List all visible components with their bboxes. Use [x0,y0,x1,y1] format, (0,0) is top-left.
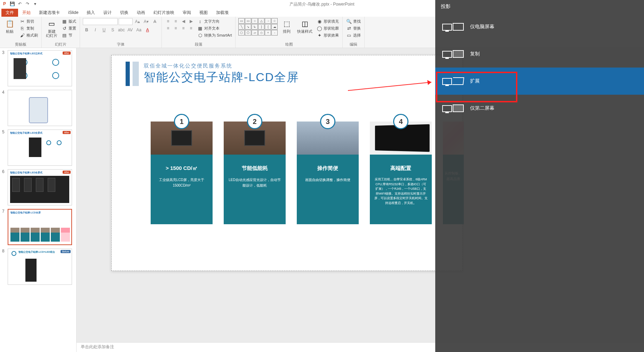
bold-button[interactable]: B [83,26,90,33]
card-4[interactable]: 4 高端配置 采用工控机，自带安卓系统，8核ARM CPU,带有RS232串口，… [370,122,432,224]
case-button[interactable]: Aa [135,26,143,33]
shape-effects-button[interactable]: ✦形状效果 [316,32,340,38]
tab-islide[interactable]: iSlide [64,9,82,16]
card-1[interactable]: 1 > 1500 CD/㎡ 工业级高亮LCD屏，亮度大于 1500CD/m² [151,122,213,224]
tab-slideshow[interactable]: 幻灯片放映 [149,9,178,17]
tab-animations[interactable]: 动画 [133,9,149,17]
projection-extend[interactable]: 扩展 [435,68,644,95]
numbering-button[interactable]: ≡ [172,18,179,24]
strike-button[interactable]: S [109,26,117,33]
shape-brace2-icon[interactable]: { [265,24,271,30]
thumbnail-6[interactable]: 6 After 智能公交电子站牌-LED全屏式 [2,169,74,205]
tab-view[interactable]: 视图 [195,9,212,17]
tab-addins[interactable]: 加载项 [212,9,233,17]
shadow-button[interactable]: abc [118,26,125,33]
font-color-button[interactable]: A [144,26,151,33]
redo-icon[interactable]: ↷ [24,1,31,7]
new-slide-button[interactable]: ▭ 新建 幻灯片 [45,18,59,38]
shape-minus-icon[interactable]: - [271,30,278,36]
shape-diamond-icon[interactable]: ◇ [258,30,264,36]
card-title: 节能低能耗 [228,165,281,172]
shape-plus-icon[interactable]: + [265,30,271,36]
shape-oval-icon[interactable]: ○ [252,18,258,24]
shape-arrow-icon[interactable]: → [265,18,271,24]
thumbnail-3[interactable]: 3 After 智能公交电子站牌-LED立杆式 [2,50,74,86]
thumbnail-panel[interactable]: 3 After 智能公交电子站牌-LED立杆式 4 5 After 智能公交电子… [0,48,77,352]
shape-conn-icon[interactable]: ↳ [252,24,258,30]
undo-icon[interactable]: ↶ [17,1,23,7]
shape-star-icon[interactable]: ☆ [271,18,278,24]
justify-button[interactable]: ≡ [188,25,194,31]
thumbnail-4[interactable]: 4 [2,90,74,126]
cut-button[interactable]: ✂剪切 [19,18,39,24]
spacing-button[interactable]: AV [126,26,134,33]
tab-new[interactable]: 新建选项卡 [35,9,64,17]
tab-review[interactable]: 审阅 [178,9,195,17]
shape-cloud-icon[interactable]: ☁ [271,24,278,30]
decrease-indent-button[interactable]: ◀ [180,18,187,24]
pc-only-icon [442,23,464,31]
align-text-button[interactable]: ▦对齐文本 [197,25,232,31]
shape-triangle-icon[interactable]: △ [258,18,264,24]
qat-dropdown-icon[interactable]: ▾ [32,1,38,7]
copy-button[interactable]: ⎘复制 [19,25,39,31]
text-direction-button[interactable]: ↕文字方向 [197,18,232,24]
increase-indent-button[interactable]: ▶ [188,18,194,24]
tab-design[interactable]: 设计 [99,9,116,17]
underline-button[interactable]: U [100,26,108,33]
shape-brace-icon[interactable]: } [258,24,264,30]
align-left-button[interactable]: ≡ [165,25,172,31]
bullets-button[interactable]: ≡ [165,18,172,24]
italic-button[interactable]: I [92,26,99,33]
reset-button[interactable]: ↺重置 [61,25,77,31]
tab-home[interactable]: 开始 [18,9,35,17]
slide-header: 双佰全城一体化公交便民服务系统 智能公交电子站牌-LCD全屏 [126,62,299,86]
shape-callout-icon[interactable]: ▱ [252,30,258,36]
shape-line-icon[interactable]: ╲ [238,24,245,30]
card-number: 2 [247,114,262,129]
font-family-select[interactable] [83,18,118,25]
clear-format-button[interactable]: A̶ [151,18,159,25]
section-button[interactable]: ▤节 [61,32,77,38]
projection-second-only[interactable]: 仅第二屏幕 [435,95,644,122]
shape-rect-icon[interactable]: ▭ [238,18,245,24]
shape-arrow2-icon[interactable]: ↘ [245,24,251,30]
find-button[interactable]: 🔍查找 [345,18,361,24]
projection-pc-only[interactable]: 仅电脑屏幕 [435,13,644,40]
shape-hex-icon[interactable]: ⬡ [238,30,245,36]
tab-file[interactable]: 文件 [1,9,18,17]
arrange-button[interactable]: ⬚ 排列 [280,18,294,34]
new-slide-icon: ▭ [47,19,57,29]
increase-font-button[interactable]: A▴ [134,18,141,25]
thumbnail-8[interactable]: 8 Before 智能公交电子站牌-LCD+LED组合 [2,249,74,285]
shape-pent-icon[interactable]: ⬠ [245,30,251,36]
layout-button[interactable]: ▦版式 [61,18,77,24]
thumbnail-5[interactable]: 5 After 智能公交电子站牌-LED全屏式 [2,130,74,166]
tab-insert[interactable]: 插入 [82,9,99,17]
align-right-button[interactable]: ≡ [180,25,187,31]
shape-fill-button[interactable]: ◉形状填充 [316,18,340,24]
replace-button[interactable]: ⇄替换 [345,25,361,31]
font-size-select[interactable] [119,18,133,25]
slide[interactable]: 双佰全城一体化公交便民服务系统 智能公交电子站牌-LCD全屏 1 > 1500 … [111,55,463,271]
projection-duplicate[interactable]: 复制 [435,40,644,68]
select-button[interactable]: ▭选择 [345,32,361,38]
group-slides: ▭ 新建 幻灯片 ▦版式 ↺重置 ▤节 幻灯片 [42,17,80,48]
paste-button[interactable]: 📋 粘贴 [3,18,17,34]
thumbnail-7[interactable]: 7 智能公交电子站牌-LCD全屏 [2,209,74,245]
quick-styles-button[interactable]: ◫ 快速样式 [296,18,314,34]
save-icon[interactable]: 💾 [9,1,15,7]
decrease-font-button[interactable]: A▾ [142,18,150,25]
smartart-button[interactable]: ⬡转换为 SmartArt [197,32,232,38]
card-2[interactable]: 2 节能低能耗 LED自动光感应背光设计，自动节能设计，低能耗 [224,122,286,224]
drawing-label: 绘图 [238,41,340,47]
tab-transitions[interactable]: 切换 [116,9,133,17]
shape-outline-button[interactable]: ◯形状轮廓 [316,25,340,31]
slide-title: 智能公交电子站牌-LCD全屏 [144,69,299,85]
align-center-button[interactable]: ≡ [172,25,179,31]
card-3[interactable]: 3 操作简便 画面自由切换调整，操作简便 [297,122,359,224]
copy-icon: ⎘ [19,25,25,31]
shape-gallery[interactable]: ▭▭○△→☆ ╲↘↳}{☁ ⬡⬠▱◇+- [238,18,278,36]
shape-rect2-icon[interactable]: ▭ [245,18,251,24]
format-painter-button[interactable]: 🖌格式刷 [19,32,39,38]
